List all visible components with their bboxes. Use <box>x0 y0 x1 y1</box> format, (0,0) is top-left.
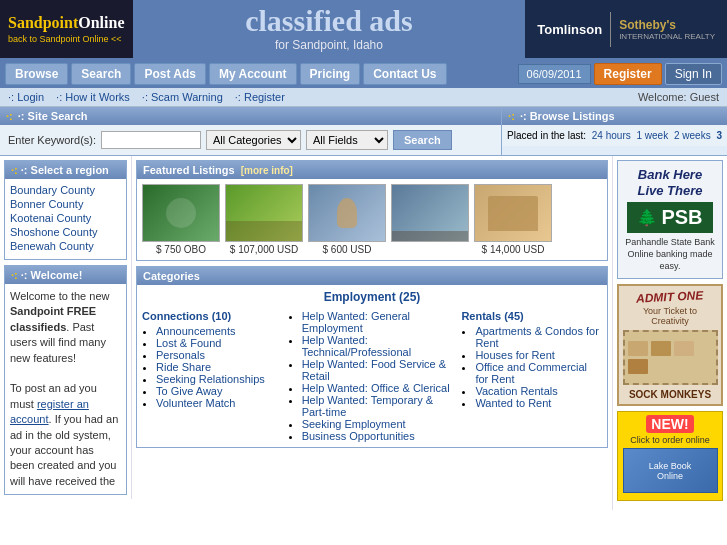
3weeks-link[interactable]: 3 <box>716 130 722 141</box>
post-ads-button[interactable]: Post Ads <box>134 63 206 85</box>
list-item: Houses for Rent <box>475 349 602 361</box>
listing-price-5: $ 14,000 USD <box>474 244 552 255</box>
list-item: Announcements <box>156 325 283 337</box>
main-content: Featured Listings [more info] $ 750 OBO … <box>132 156 612 452</box>
help-wanted-list: Help Wanted: General Employment Help Wan… <box>302 310 457 442</box>
welcome-body: Welcome to the new Sandpoint FREE classi… <box>5 284 126 494</box>
list-item: Vacation Rentals <box>475 385 602 397</box>
list-item: Help Wanted: Food Service & Retail <box>302 358 457 382</box>
listing-item-5[interactable]: $ 14,000 USD <box>474 184 552 255</box>
list-item: Seeking Relationships <box>156 373 283 385</box>
rentals-link[interactable]: Rentals (45) <box>461 310 523 322</box>
how-it-works-link[interactable]: ·: How it Works <box>56 91 130 103</box>
browse-listings-body: Placed in the last: 24 hours 1 week 2 we… <box>502 125 727 146</box>
svg-point-0 <box>166 198 196 228</box>
shoshone-county-link[interactable]: Shoshone County <box>10 226 121 238</box>
featured-box: Featured Listings [more info] $ 750 OBO … <box>136 160 608 261</box>
new-ad[interactable]: NEW! Click to order online Lake BookOnli… <box>617 411 723 501</box>
register-link[interactable]: ·: Register <box>235 91 285 103</box>
keyword-label: Enter Keyword(s): <box>8 134 96 146</box>
pricing-button[interactable]: Pricing <box>300 63 361 85</box>
right-sidebar: Bank Here Live There 🌲 PSB Panhandle Sta… <box>612 156 727 510</box>
search-button[interactable]: Search <box>71 63 131 85</box>
kootenai-county-link[interactable]: Kootenai County <box>10 212 121 224</box>
connections-title: Connections (10) <box>142 310 283 322</box>
partner1-name: Tomlinson <box>537 22 602 37</box>
list-item: Help Wanted: Technical/Professional <box>302 334 457 358</box>
welcome-text: Welcome: Guest <box>638 91 719 103</box>
bank-sub: Live There <box>624 183 716 199</box>
sign-in-button[interactable]: Sign In <box>665 63 722 85</box>
register-nav-button[interactable]: Register <box>594 63 662 85</box>
connections-list: Announcements Lost & Found Personals Rid… <box>156 325 283 409</box>
list-item: Apartments & Condos for Rent <box>475 325 602 349</box>
browse-listings-section: ·: ·: Browse Listings Placed in the last… <box>502 107 727 155</box>
boundary-county-link[interactable]: Boundary County <box>10 184 121 196</box>
partner-divider <box>610 12 611 47</box>
benewah-county-link[interactable]: Benewah County <box>10 240 121 252</box>
list-item: Help Wanted: Office & Clerical <box>302 382 457 394</box>
field-select[interactable]: All Fields Title Description <box>306 130 388 150</box>
listing-thumb-2 <box>225 184 303 242</box>
search-submit-button[interactable]: Search <box>393 130 452 150</box>
my-account-button[interactable]: My Account <box>209 63 297 85</box>
header-logo-area: SandpointOnline back to Sandpoint Online… <box>0 0 133 58</box>
sock-monkeys-text: SOCK MONKEYS <box>623 389 717 400</box>
employment-link[interactable]: Employment (25) <box>324 290 421 304</box>
list-item: Lost & Found <box>156 337 283 349</box>
contact-us-button[interactable]: Contact Us <box>363 63 446 85</box>
main-layout: ·: ·: Select a region Boundary County Bo… <box>0 156 727 510</box>
bullet-icon: ·: <box>6 110 13 122</box>
site-search-header: ·: ·: Site Search <box>0 107 501 125</box>
2weeks-link[interactable]: 2 weeks <box>674 130 711 141</box>
listing-item-1[interactable]: $ 750 OBO <box>142 184 220 255</box>
new-sub-text: Click to order online <box>622 435 718 445</box>
list-item: Wanted to Rent <box>475 397 602 409</box>
listing-item-3[interactable]: $ 600 USD <box>308 184 386 255</box>
bonner-county-link[interactable]: Bonner County <box>10 198 121 210</box>
header-center: classified ads for Sandpoint, Idaho <box>133 0 526 58</box>
featured-header: Featured Listings [more info] <box>137 161 607 179</box>
list-item: Office and Commercial for Rent <box>475 361 602 385</box>
list-item: Volunteer Match <box>156 397 283 409</box>
categories-box: Categories Employment (25) Connections (… <box>136 266 608 448</box>
categories-grid: Connections (10) Announcements Lost & Fo… <box>142 310 602 442</box>
connections-col: Connections (10) Announcements Lost & Fo… <box>142 310 283 442</box>
list-item: Ride Share <box>156 361 283 373</box>
list-item: To Give Away <box>156 385 283 397</box>
listing-item-4[interactable] <box>391 184 469 255</box>
1week-link[interactable]: 1 week <box>637 130 669 141</box>
connections-link[interactable]: Connections (10) <box>142 310 231 322</box>
listing-price-2: $ 107,000 USD <box>225 244 303 255</box>
24hours-link[interactable]: 24 hours <box>592 130 631 141</box>
new-badge: NEW! <box>646 415 693 433</box>
list-item: Personals <box>156 349 283 361</box>
list-item: Help Wanted: General Employment <box>302 310 457 334</box>
category-select[interactable]: All Categories Employment Rentals Connec… <box>206 130 301 150</box>
admit-ad[interactable]: ADMIT ONE Your Ticket to Creativity SOCK… <box>617 284 723 406</box>
rentals-col: Rentals (45) Apartments & Condos for Ren… <box>461 310 602 442</box>
listing-item-2[interactable]: $ 107,000 USD <box>225 184 303 255</box>
welcome-box: ·: ·: Welcome! Welcome to the new Sandpo… <box>4 265 127 495</box>
region-body: Boundary County Bonner County Kootenai C… <box>5 179 126 259</box>
featured-more-info-link[interactable]: [more info] <box>241 165 293 176</box>
nav-date: 06/09/2011 <box>518 64 591 84</box>
help-wanted-col: Help Wanted: General Employment Help Wan… <box>288 310 457 442</box>
listing-thumb-4 <box>391 184 469 242</box>
admit-sub-text: Your Ticket to Creativity <box>623 306 717 326</box>
placed-label: Placed in the last: <box>507 130 586 141</box>
listing-thumb-5 <box>474 184 552 242</box>
featured-listings-row: $ 750 OBO $ 107,000 USD $ 600 USD <box>137 179 607 260</box>
keyword-input[interactable] <box>101 131 201 149</box>
back-link[interactable]: back to Sandpoint Online << <box>8 34 125 44</box>
welcome-body1: Welcome to the new <box>10 290 109 302</box>
browse-button[interactable]: Browse <box>5 63 68 85</box>
site-search-section: ·: ·: Site Search Enter Keyword(s): All … <box>0 107 502 155</box>
header: SandpointOnline back to Sandpoint Online… <box>0 0 727 60</box>
employment-center: Employment (25) <box>142 290 602 304</box>
admit-one-text: ADMIT ONE <box>636 288 704 306</box>
scam-warning-link[interactable]: ·: Scam Warning <box>142 91 223 103</box>
sec-nav: ·: Login ·: How it Works ·: Scam Warning… <box>0 88 727 107</box>
login-link[interactable]: ·: Login <box>8 91 44 103</box>
psb-logo[interactable]: 🌲 PSB <box>627 202 712 233</box>
